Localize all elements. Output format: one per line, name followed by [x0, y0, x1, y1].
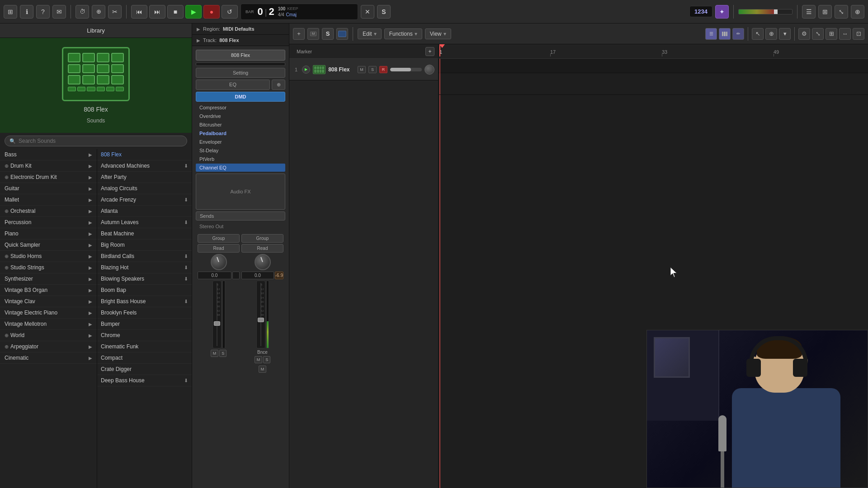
sends-button[interactable]: Sends [196, 211, 285, 221]
sound-analog-circuits[interactable]: Analog Circuits [97, 183, 192, 194]
record-btn[interactable]: ● [203, 5, 220, 19]
category-drum-kit[interactable]: ⊕ Drum Kit ▶ [0, 160, 97, 172]
plugin-channel-eq[interactable]: Channel EQ [196, 164, 285, 172]
sound-bumper[interactable]: Bumper [97, 319, 192, 330]
sound-808-flex[interactable]: 808 Flex [97, 149, 192, 160]
category-percussion[interactable]: Percussion ▶ [0, 217, 97, 228]
category-electronic-drum-kit[interactable]: ⊕ Electronic Drum Kit ▶ [0, 172, 97, 183]
stop-btn[interactable]: ■ [167, 5, 184, 19]
dmd-plugin-button[interactable]: DMD [196, 92, 285, 102]
category-arpeggiator[interactable]: ⊕ Arpeggiator ▶ [0, 341, 97, 352]
plugin-bitcrusher[interactable]: Bitcrusher [196, 121, 285, 129]
category-guitar[interactable]: Guitar ▶ [0, 183, 97, 194]
mute-btn-1[interactable]: M [211, 350, 219, 357]
group-btn-2[interactable]: Group [241, 234, 283, 243]
eq-button[interactable]: EQ [196, 80, 270, 90]
vertical-fader-2[interactable]: 612182430364248 [256, 281, 265, 348]
sound-autumn-leaves[interactable]: Autumn Leaves ⬇ [97, 217, 192, 228]
settings-btn[interactable]: ⚙ [798, 28, 810, 40]
category-vintage-clav[interactable]: Vintage Clav ▶ [0, 296, 97, 307]
category-studio-strings[interactable]: ⊕ Studio Strings ▶ [0, 262, 97, 273]
pan-knob-1[interactable] [211, 254, 227, 270]
view-menu[interactable]: View ▾ [425, 28, 451, 39]
list-view-btn[interactable]: ☰ [705, 28, 717, 40]
expand-btn[interactable]: ⊕ [851, 5, 864, 19]
list-view-btn[interactable]: ☰ [802, 5, 816, 19]
sound-big-room[interactable]: Big Room [97, 239, 192, 251]
add-track-btn[interactable]: + [293, 28, 305, 40]
cycle-btn[interactable]: ↺ [222, 5, 238, 19]
mute-btn-2b[interactable]: M [259, 366, 267, 373]
category-orchestral[interactable]: ⊕ Orchestral ▶ [0, 206, 97, 217]
s-track-btn[interactable]: S [322, 28, 334, 40]
sound-chrome[interactable]: Chrome [97, 330, 192, 341]
midi-region-btn[interactable]: M [307, 28, 319, 40]
link-button[interactable]: ⊕ [272, 80, 285, 90]
plugin-enveloper[interactable]: Enveloper [196, 138, 285, 146]
setting-button[interactable]: Setting [196, 68, 285, 78]
sound-atlanta[interactable]: Atlanta [97, 206, 192, 217]
pan-knob-2[interactable] [255, 254, 271, 270]
plugin-st-delay[interactable]: St-Delay [196, 146, 285, 155]
pencil-tool-btn[interactable]: ✏ [732, 28, 744, 40]
category-studio-horns[interactable]: ⊕ Studio Horns ▶ [0, 251, 97, 262]
fader-handle-2[interactable] [258, 318, 264, 322]
track-play-button[interactable]: ▶ [302, 66, 310, 74]
track-pan-knob[interactable] [425, 65, 434, 75]
close-display-btn[interactable]: ✕ [361, 5, 374, 19]
plugin-ptverb[interactable]: PtVerb [196, 155, 285, 163]
zoom-btn[interactable]: ⤡ [835, 5, 848, 19]
track-solo-button[interactable]: S [368, 66, 377, 73]
sound-crate-digger[interactable]: Crate Digger [97, 364, 192, 375]
category-world[interactable]: ⊕ World ▶ [0, 330, 97, 341]
scissors-btn[interactable]: ✂ [108, 5, 122, 19]
sound-blazing-hot[interactable]: Blazing Hot ⬇ [97, 262, 192, 273]
sound-blowing-speakers[interactable]: Blowing Speakers ⬇ [97, 273, 192, 285]
category-synthesizer[interactable]: Synthesizer ▶ [0, 273, 97, 285]
functions-menu[interactable]: Functions ▾ [384, 28, 422, 39]
new-project-btn[interactable]: ⊞ [4, 5, 17, 19]
channel-fader-indicator[interactable] [196, 62, 285, 66]
search-input[interactable] [19, 138, 182, 144]
help-btn[interactable]: ? [36, 5, 50, 19]
category-vintage-mellotron[interactable]: Vintage Mellotron ▶ [0, 319, 97, 330]
sound-bright-bass-house[interactable]: Bright Bass House ⬇ [97, 296, 192, 307]
snap-toggle-btn[interactable]: ⊞ [826, 28, 837, 40]
marquee-tool-btn[interactable]: ⊕ [765, 28, 777, 40]
plugin-compressor[interactable]: Compressor [196, 103, 285, 112]
sound-compact[interactable]: Compact [97, 352, 192, 364]
category-quick-sampler[interactable]: Quick Sampler ▶ [0, 239, 97, 251]
read-btn-2[interactable]: Read [241, 244, 283, 253]
plugin-pedalboard[interactable]: Pedalboard [196, 129, 285, 137]
snap-btn[interactable]: ⊕ [92, 5, 105, 19]
category-piano[interactable]: Piano ▶ [0, 228, 97, 239]
category-vintage-b3[interactable]: Vintage B3 Organ ▶ [0, 285, 97, 296]
volume-bar[interactable] [738, 9, 793, 14]
category-bass[interactable]: Bass ▶ [0, 149, 97, 160]
mute-btn-2[interactable]: M [255, 356, 263, 363]
s-button[interactable]: S [377, 5, 391, 19]
sound-birdland-calls[interactable]: Birdland Calls ⬇ [97, 251, 192, 262]
arrange-btn[interactable]: ⊞ [818, 5, 832, 19]
cycle-region-btn[interactable] [336, 28, 348, 40]
category-vintage-electric[interactable]: Vintage Electric Piano ▶ [0, 307, 97, 319]
tool-extra-btn[interactable]: ▾ [779, 28, 791, 40]
fader-handle-1[interactable] [214, 321, 220, 326]
metronome-btn[interactable]: ⏱ [75, 5, 89, 19]
sound-advanced-machines[interactable]: Advanced Machines ⬇ [97, 160, 192, 172]
vertical-fader-1[interactable]: 612182430364248 [212, 281, 222, 348]
mode-display[interactable]: 1234 [689, 6, 712, 17]
sound-after-party[interactable]: After Party [97, 172, 192, 183]
read-btn-1[interactable]: Read [198, 244, 240, 253]
category-mallet[interactable]: Mallet ▶ [0, 194, 97, 206]
channel-name-button[interactable]: 808 Flex [196, 50, 285, 61]
play-btn[interactable]: ▶ [185, 5, 202, 19]
sound-beat-machine[interactable]: Beat Machine [97, 228, 192, 239]
solo-btn-2[interactable]: S [263, 356, 270, 363]
link-arrange-btn[interactable]: ↔ [839, 28, 851, 40]
sound-cinematic-funk[interactable]: Cinematic Funk [97, 341, 192, 352]
piano-roll-btn[interactable] [719, 28, 731, 40]
info-btn[interactable]: ℹ [20, 5, 33, 19]
plugin-overdrive[interactable]: Overdrive [196, 112, 285, 120]
sound-deep-bass-house[interactable]: Deep Bass House ⬇ [97, 375, 192, 386]
